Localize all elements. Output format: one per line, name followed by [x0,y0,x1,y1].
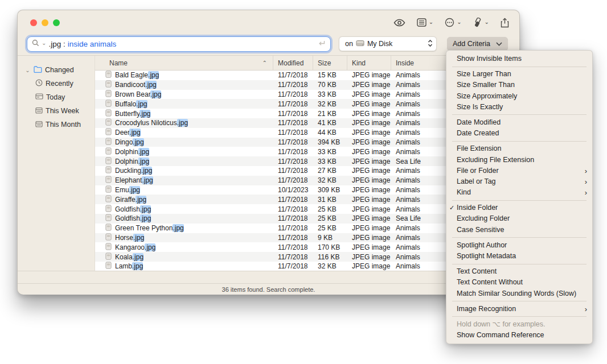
close-button[interactable] [30,19,37,26]
menu-item-kind[interactable]: Kind› [446,187,592,198]
cell-size: 25 KB [313,224,347,232]
menu-item-show-invisible-items[interactable]: Show Invisible Items [446,53,592,64]
column-header-modified[interactable]: Modified [273,56,313,70]
view-options-button[interactable]: ⌄ [417,18,433,27]
share-button[interactable] [501,18,509,28]
menu-item-date-modified[interactable]: Date Modified [446,117,592,128]
cell-name: Koala.jpg [95,253,273,262]
search-input[interactable]: ⌄ .jpg : inside animals [27,36,331,52]
cell-size: 27 KB [313,167,347,175]
cell-kind: JPEG image [347,243,391,251]
menu-item-spotlight-author[interactable]: Spotlight Author [446,240,592,251]
menu-item-label: Size Approximately [457,92,517,100]
menu-item-label: Label or Tag [457,177,496,185]
quick-look-button[interactable] [393,19,405,27]
cell-name: Buffalo.jpg [95,100,273,109]
file-extension-highlight: .jpg [148,71,159,79]
menu-item-image-recognition[interactable]: Image Recognition› [446,304,592,315]
menu-item-excluding-file-extension[interactable]: Excluding File Extension [446,155,592,166]
add-criteria-button[interactable]: Add Criteria [447,37,508,51]
file-extension-highlight: .jpg [150,90,161,98]
menu-item-case-sensitive[interactable]: Case Sensitive [446,225,592,235]
file-extension-highlight: .jpg [129,129,140,136]
menu-item-date-created[interactable]: Date Created [446,128,592,139]
menu-item-label: Text Content [457,267,497,275]
calendar-icon [35,107,43,115]
sidebar-item-label: This Week [46,107,79,115]
file-basename: Giraffe [115,196,136,204]
cell-kind: JPEG image [347,110,391,118]
menu-item-spotlight-metadata[interactable]: Spotlight Metadata [446,251,592,262]
menu-item-size-larger-than[interactable]: Size Larger Than [446,69,592,80]
column-header-kind[interactable]: Kind [347,56,391,70]
file-icon [105,128,112,137]
file-basename: Butterfly [115,110,140,118]
menu-item-label: Size Is Exactly [457,103,503,111]
menu-item-size-is-exactly[interactable]: Size Is Exactly [446,102,592,113]
cell-modified: 11/7/2018 [273,167,313,175]
menu-item-file-or-folder[interactable]: File or Folder› [446,166,592,176]
menu-item-size-approximately[interactable]: Size Approximately [446,91,592,102]
cell-name: Goldfish.jpg [95,205,273,214]
file-basename: Dingo [115,138,133,146]
sidebar-item-this-month[interactable]: This Month [18,118,95,131]
scope-select[interactable]: on My Disk [339,36,437,51]
disk-icon [356,40,364,48]
menu-item-label: Show Command Reference [457,331,544,339]
menu-item-label: Show Invisible Items [457,55,522,63]
menu-item-match-similar-sounding-words-slow[interactable]: Match Similar Sounding Words (Slow) [446,288,592,299]
menu-separator [452,316,587,317]
cell-modified: 11/7/2018 [273,176,313,184]
cell-modified: 11/7/2018 [273,71,313,79]
menu-item-label-or-tag[interactable]: Label or Tag› [446,176,592,187]
more-actions-button[interactable]: ⌄ [445,18,461,27]
cell-name: Butterfly.jpg [95,109,273,118]
return-key-icon [318,40,326,48]
minimize-button[interactable] [42,19,48,26]
cell-kind: JPEG image [347,148,391,156]
file-extension-highlight: .jpg [145,81,156,89]
scope-on-label: on [345,40,353,48]
menu-item-text-content[interactable]: Text Content [446,266,592,277]
file-basename: Green Tree Python [115,224,173,232]
menu-item-show-command-reference[interactable]: Show Command Reference [446,330,592,341]
add-criteria-menu: Show Invisible ItemsSize Larger ThanSize… [446,50,593,344]
file-extension-highlight: .jpg [141,167,152,175]
file-extension-highlight: .jpg [142,176,153,184]
cell-modified: 11/7/2018 [273,243,313,251]
menu-item-inside-folder[interactable]: ✓Inside Folder [446,202,592,213]
sidebar-item-label: Today [46,93,65,101]
card-icon [35,93,43,101]
cell-size: 15 KB [313,71,347,79]
cell-name: Deer.jpg [95,128,273,137]
menu-item-size-smaller-than[interactable]: Size Smaller Than [446,80,592,90]
menu-item-excluding-folder[interactable]: Excluding Folder [446,213,592,224]
tags-button[interactable]: ⌄ [473,18,489,27]
column-header-name[interactable]: Name ⌃ [95,56,273,70]
horizontal-scrollbar-track[interactable] [18,271,519,283]
sidebar-item-changed[interactable]: ⌄Changed [18,63,95,77]
zoom-button[interactable] [53,19,60,26]
sidebar-item-recently[interactable]: Recently [18,77,95,90]
cell-modified: 11/7/2018 [273,129,313,136]
sidebar-item-today[interactable]: Today [18,90,95,104]
column-label: Modified [278,59,304,67]
disclosure-chevron-icon[interactable]: ⌄ [24,67,31,73]
cell-name: Bandicoot.jpg [95,80,273,89]
cell-kind: JPEG image [347,262,391,270]
menu-item-label: Date Modified [457,118,501,126]
stepper-icon[interactable] [428,39,433,49]
file-icon [105,214,112,223]
menu-separator [452,141,587,142]
cell-name: Goldfish.jpg [95,214,273,223]
file-extension-highlight: .jpg [177,119,188,127]
cell-size: 170 KB [313,243,347,251]
sidebar-item-this-week[interactable]: This Week [18,104,95,118]
column-label: Kind [352,59,366,67]
cell-modified: 11/7/2018 [273,90,313,98]
column-header-size[interactable]: Size [313,56,347,70]
cell-kind: JPEG image [347,196,391,204]
menu-item-file-extension[interactable]: File Extension [446,143,592,154]
file-extension-highlight: .jpg [140,110,150,118]
menu-item-text-content-without[interactable]: Text Content Without [446,277,592,288]
